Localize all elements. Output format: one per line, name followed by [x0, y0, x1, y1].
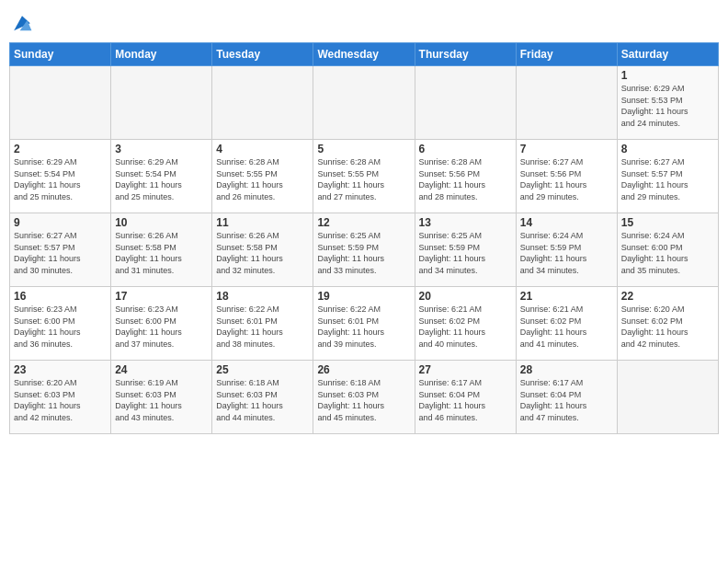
day-number: 27: [419, 363, 512, 376]
day-info: Sunrise: 6:29 AM Sunset: 5:53 PM Dayligh…: [621, 83, 714, 129]
week-row-1: 1Sunrise: 6:29 AM Sunset: 5:53 PM Daylig…: [10, 66, 719, 140]
day-number: 3: [115, 143, 208, 155]
day-number: 2: [14, 143, 107, 155]
day-info: Sunrise: 6:27 AM Sunset: 5:57 PM Dayligh…: [621, 156, 714, 202]
day-number: 14: [520, 216, 613, 229]
calendar-cell: 1Sunrise: 6:29 AM Sunset: 5:53 PM Daylig…: [617, 66, 718, 140]
logo-icon: [11, 13, 33, 35]
day-info: Sunrise: 6:22 AM Sunset: 6:01 PM Dayligh…: [216, 304, 309, 350]
day-info: Sunrise: 6:28 AM Sunset: 5:55 PM Dayligh…: [216, 156, 309, 202]
day-number: 7: [520, 143, 613, 155]
weekday-header-monday: Monday: [111, 43, 212, 66]
day-info: Sunrise: 6:18 AM Sunset: 6:03 PM Dayligh…: [216, 377, 309, 423]
calendar-cell: 11Sunrise: 6:26 AM Sunset: 5:58 PM Dayli…: [212, 213, 313, 287]
day-number: 6: [419, 143, 512, 155]
calendar-cell: 5Sunrise: 6:28 AM Sunset: 5:55 PM Daylig…: [313, 140, 415, 213]
day-number: 17: [115, 290, 208, 303]
day-info: Sunrise: 6:28 AM Sunset: 5:56 PM Dayligh…: [419, 156, 512, 202]
week-row-4: 16Sunrise: 6:23 AM Sunset: 6:00 PM Dayli…: [10, 287, 719, 361]
day-number: 8: [621, 143, 714, 155]
day-number: 10: [115, 216, 208, 229]
calendar-cell: 4Sunrise: 6:28 AM Sunset: 5:55 PM Daylig…: [212, 140, 313, 213]
day-info: Sunrise: 6:24 AM Sunset: 5:59 PM Dayligh…: [520, 230, 613, 276]
day-info: Sunrise: 6:27 AM Sunset: 5:56 PM Dayligh…: [520, 156, 613, 202]
logo-area: [9, 9, 33, 35]
week-row-2: 2Sunrise: 6:29 AM Sunset: 5:54 PM Daylig…: [10, 140, 719, 213]
day-info: Sunrise: 6:19 AM Sunset: 6:03 PM Dayligh…: [115, 377, 208, 423]
calendar-cell: [415, 66, 516, 140]
day-info: Sunrise: 6:23 AM Sunset: 6:00 PM Dayligh…: [14, 304, 107, 350]
day-info: Sunrise: 6:18 AM Sunset: 6:03 PM Dayligh…: [317, 377, 410, 423]
weekday-header-friday: Friday: [516, 43, 617, 66]
page-container: SundayMondayTuesdayWednesdayThursdayFrid…: [9, 9, 719, 434]
day-number: 4: [216, 143, 309, 155]
calendar-cell: 17Sunrise: 6:23 AM Sunset: 6:00 PM Dayli…: [111, 287, 212, 361]
day-info: Sunrise: 6:24 AM Sunset: 6:00 PM Dayligh…: [621, 230, 714, 276]
day-number: 18: [216, 290, 309, 303]
day-info: Sunrise: 6:26 AM Sunset: 5:58 PM Dayligh…: [115, 230, 208, 276]
calendar-cell: 26Sunrise: 6:18 AM Sunset: 6:03 PM Dayli…: [313, 361, 415, 434]
day-number: 9: [14, 216, 107, 229]
calendar-cell: 23Sunrise: 6:20 AM Sunset: 6:03 PM Dayli…: [10, 361, 111, 434]
day-info: Sunrise: 6:17 AM Sunset: 6:04 PM Dayligh…: [419, 377, 512, 423]
day-info: Sunrise: 6:20 AM Sunset: 6:03 PM Dayligh…: [14, 377, 107, 423]
week-row-5: 23Sunrise: 6:20 AM Sunset: 6:03 PM Dayli…: [10, 361, 719, 434]
day-number: 25: [216, 363, 309, 376]
calendar-cell: 25Sunrise: 6:18 AM Sunset: 6:03 PM Dayli…: [212, 361, 313, 434]
calendar-cell: 13Sunrise: 6:25 AM Sunset: 5:59 PM Dayli…: [415, 213, 516, 287]
day-info: Sunrise: 6:21 AM Sunset: 6:02 PM Dayligh…: [520, 304, 613, 350]
calendar-cell: 2Sunrise: 6:29 AM Sunset: 5:54 PM Daylig…: [10, 140, 111, 213]
calendar-cell: [111, 66, 212, 140]
calendar-cell: 7Sunrise: 6:27 AM Sunset: 5:56 PM Daylig…: [516, 140, 617, 213]
calendar-cell: 24Sunrise: 6:19 AM Sunset: 6:03 PM Dayli…: [111, 361, 212, 434]
week-row-3: 9Sunrise: 6:27 AM Sunset: 5:57 PM Daylig…: [10, 213, 719, 287]
weekday-header-tuesday: Tuesday: [212, 43, 313, 66]
day-number: 24: [115, 363, 208, 376]
calendar-cell: [212, 66, 313, 140]
calendar-cell: 18Sunrise: 6:22 AM Sunset: 6:01 PM Dayli…: [212, 287, 313, 361]
weekday-header-saturday: Saturday: [617, 43, 718, 66]
day-info: Sunrise: 6:20 AM Sunset: 6:02 PM Dayligh…: [621, 304, 714, 350]
day-number: 21: [520, 290, 613, 303]
calendar-cell: 3Sunrise: 6:29 AM Sunset: 5:54 PM Daylig…: [111, 140, 212, 213]
day-number: 5: [317, 143, 410, 155]
day-info: Sunrise: 6:17 AM Sunset: 6:04 PM Dayligh…: [520, 377, 613, 423]
calendar-cell: 22Sunrise: 6:20 AM Sunset: 6:02 PM Dayli…: [617, 287, 718, 361]
calendar-cell: 20Sunrise: 6:21 AM Sunset: 6:02 PM Dayli…: [415, 287, 516, 361]
weekday-header-sunday: Sunday: [10, 43, 111, 66]
calendar-cell: 27Sunrise: 6:17 AM Sunset: 6:04 PM Dayli…: [415, 361, 516, 434]
calendar-cell: 8Sunrise: 6:27 AM Sunset: 5:57 PM Daylig…: [617, 140, 718, 213]
calendar-cell: [10, 66, 111, 140]
day-info: Sunrise: 6:29 AM Sunset: 5:54 PM Dayligh…: [14, 156, 107, 202]
calendar-cell: 12Sunrise: 6:25 AM Sunset: 5:59 PM Dayli…: [313, 213, 415, 287]
day-info: Sunrise: 6:28 AM Sunset: 5:55 PM Dayligh…: [317, 156, 410, 202]
day-number: 16: [14, 290, 107, 303]
calendar-cell: 19Sunrise: 6:22 AM Sunset: 6:01 PM Dayli…: [313, 287, 415, 361]
calendar-cell: 28Sunrise: 6:17 AM Sunset: 6:04 PM Dayli…: [516, 361, 617, 434]
day-info: Sunrise: 6:29 AM Sunset: 5:54 PM Dayligh…: [115, 156, 208, 202]
calendar-cell: 21Sunrise: 6:21 AM Sunset: 6:02 PM Dayli…: [516, 287, 617, 361]
day-number: 19: [317, 290, 410, 303]
calendar-table: SundayMondayTuesdayWednesdayThursdayFrid…: [9, 42, 719, 434]
day-number: 28: [520, 363, 613, 376]
day-info: Sunrise: 6:21 AM Sunset: 6:02 PM Dayligh…: [419, 304, 512, 350]
day-info: Sunrise: 6:22 AM Sunset: 6:01 PM Dayligh…: [317, 304, 410, 350]
day-info: Sunrise: 6:25 AM Sunset: 5:59 PM Dayligh…: [419, 230, 512, 276]
calendar-cell: [617, 361, 718, 434]
day-info: Sunrise: 6:23 AM Sunset: 6:00 PM Dayligh…: [115, 304, 208, 350]
day-number: 12: [317, 216, 410, 229]
calendar-cell: 9Sunrise: 6:27 AM Sunset: 5:57 PM Daylig…: [10, 213, 111, 287]
day-number: 22: [621, 290, 714, 303]
day-number: 26: [317, 363, 410, 376]
calendar-cell: [516, 66, 617, 140]
calendar-cell: 6Sunrise: 6:28 AM Sunset: 5:56 PM Daylig…: [415, 140, 516, 213]
weekday-header-wednesday: Wednesday: [313, 43, 415, 66]
day-info: Sunrise: 6:26 AM Sunset: 5:58 PM Dayligh…: [216, 230, 309, 276]
calendar-cell: 16Sunrise: 6:23 AM Sunset: 6:00 PM Dayli…: [10, 287, 111, 361]
calendar-cell: 15Sunrise: 6:24 AM Sunset: 6:00 PM Dayli…: [617, 213, 718, 287]
day-number: 23: [14, 363, 107, 376]
day-number: 11: [216, 216, 309, 229]
calendar-cell: [313, 66, 415, 140]
weekday-header-thursday: Thursday: [415, 43, 516, 66]
day-info: Sunrise: 6:25 AM Sunset: 5:59 PM Dayligh…: [317, 230, 410, 276]
